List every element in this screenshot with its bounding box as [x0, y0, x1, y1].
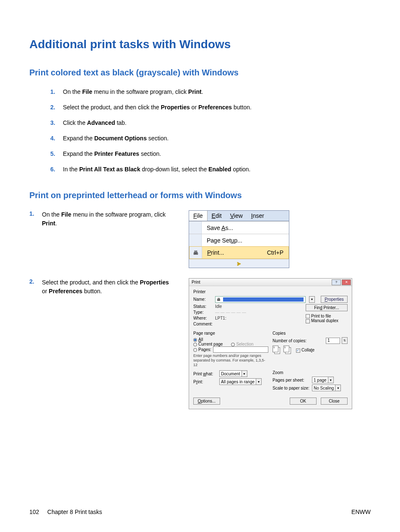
chevron-down-icon[interactable]: ▼: [309, 296, 315, 303]
properties-button[interactable]: Properties: [321, 296, 348, 303]
section-title-letterhead: Print on preprinted letterhead or forms …: [29, 191, 371, 200]
menubar-edit[interactable]: Edit: [208, 211, 226, 221]
step: 5.Expand the Printer Features section.: [63, 150, 371, 158]
radio-current[interactable]: Current page: [193, 342, 223, 346]
radio-selection: Selection: [231, 342, 253, 346]
menubar-insert[interactable]: Inser: [247, 211, 268, 221]
step: 4.Expand the Document Options section.: [63, 134, 371, 143]
print-to-file-checkbox[interactable]: Print to file: [306, 314, 348, 318]
dialog-title: Print: [192, 280, 200, 284]
pages-hint: Enter page numbers and/or page ranges se…: [193, 354, 268, 367]
help-button[interactable]: ?: [332, 279, 341, 285]
menu-page-setup[interactable]: Page Setup...: [189, 234, 289, 246]
page-footer: 102 Chapter 8 Print tasks ENWW: [29, 509, 371, 515]
ok-button[interactable]: OK: [290, 398, 317, 405]
step-text: Select the product, and then click the P…: [42, 278, 172, 409]
section-title-grayscale: Print colored text as black (grayscale) …: [29, 68, 371, 77]
pages-input[interactable]: [213, 346, 268, 353]
menubar-view[interactable]: View: [226, 211, 247, 221]
copies-input[interactable]: 1: [326, 338, 340, 344]
printer-section-label: Printer: [193, 289, 348, 294]
chapter-label: Chapter 8 Print tasks: [47, 509, 102, 515]
radio-all[interactable]: All: [193, 337, 268, 342]
menu-print[interactable]: 🖶 Print... Ctrl+P: [189, 246, 289, 259]
file-menu-mock: File Edit View Inser Save As... Page Set…: [189, 210, 289, 268]
collate-checkbox[interactable]: Collate: [296, 348, 314, 352]
printer-name-select[interactable]: 🖶: [215, 296, 306, 303]
page-title: Additional print tasks with Windows: [29, 38, 371, 51]
spinner-icon[interactable]: ⇅: [342, 337, 348, 344]
chevron-down-icon: ⪢: [236, 260, 242, 267]
step: 2.Select the product, and then click the…: [63, 103, 371, 112]
step: 3.Click the Advanced tab.: [63, 119, 371, 127]
menu-save-as[interactable]: Save As...: [189, 221, 289, 234]
step-text: On the File menu in the software program…: [42, 210, 172, 268]
options-button[interactable]: Options...: [193, 398, 220, 405]
page-number: 102: [29, 509, 39, 515]
print-icon: 🖶: [193, 250, 198, 256]
steps-list-a: 1.On the File menu in the software progr…: [29, 88, 371, 174]
collate-icon: 21 21: [273, 346, 292, 355]
printer-icon: 🖶: [217, 297, 221, 302]
radio-pages[interactable]: Pages:: [193, 347, 211, 352]
step: 1.On the File menu in the software progr…: [63, 88, 371, 96]
manual-duplex-checkbox[interactable]: Manual duplex: [306, 318, 348, 323]
print-range-select[interactable]: All pages in range▼: [219, 378, 262, 385]
print-dialog: Print ? ✕ Printer Name: 🖶 ▼ Properties: [189, 278, 352, 409]
footer-brand: ENWW: [351, 509, 371, 515]
scale-select[interactable]: No Scaling▼: [312, 385, 341, 391]
print-what-select[interactable]: Document▼: [219, 370, 247, 377]
close-button[interactable]: Close: [321, 398, 348, 405]
close-icon[interactable]: ✕: [342, 279, 351, 285]
find-printer-button[interactable]: Find Printer...: [306, 304, 348, 311]
step: 6.In the Print All Text as Black drop-do…: [63, 165, 371, 174]
menubar-file[interactable]: File: [189, 211, 208, 221]
menu-expand[interactable]: ⪢: [189, 259, 289, 268]
pages-per-sheet-select[interactable]: 1 page▼: [312, 377, 334, 383]
